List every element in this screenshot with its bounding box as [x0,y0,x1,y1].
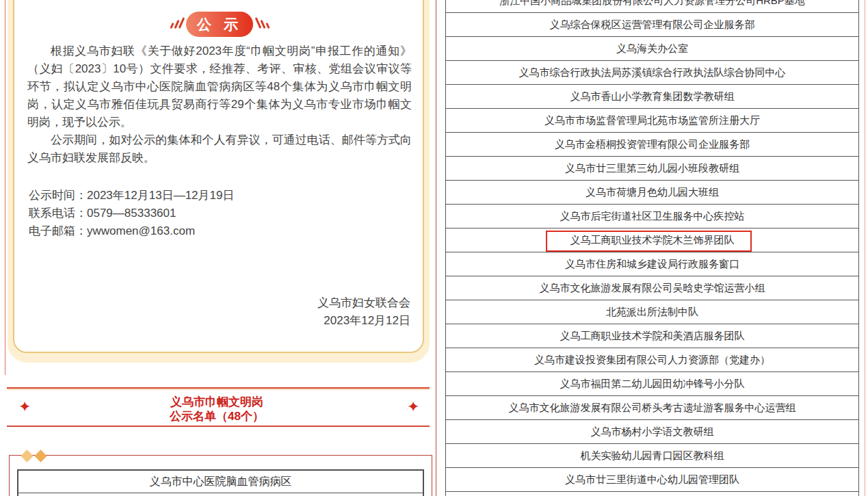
list-item: 义乌市杨村小学语文教研组 [445,420,859,444]
right-frame-border-left [436,0,436,496]
list-item-highlighted: 义乌工商职业技术学院木兰饰界团队 [445,229,859,252]
announcement-paragraph-1: 根据义乌市妇联《关于做好2023年度“巾帼文明岗”申报工作的通知》（义妇〔202… [27,42,412,131]
section-title-line1: 义乌市巾帼文明岗 [0,395,434,409]
list-item: 义乌市建设投资集团有限公司人力资源部（党建办） [445,348,859,372]
contact-info: 公示时间：2023年12月13日—12月19日 联系电话：0579—853336… [29,187,234,240]
laurel-right-icon [257,14,271,34]
section-rule-top [7,387,430,390]
list-item: 义乌市文化旅游发展有限公司吴晗史学馆运营小组 [445,276,859,300]
list-item [445,492,859,496]
signature-date: 2023年12月12日 [317,312,410,330]
left-frame-border [5,0,5,375]
list-item-label: 义乌工商职业技术学院木兰饰界团队 [570,234,735,246]
list-item: 义乌市廿三里第三幼儿园小班段教研组 [445,157,859,181]
list-item: 义乌市后宅街道社区卫生服务中心疾控站 [445,205,859,229]
contact-email: 电子邮箱：ywwomen@163.com [29,222,234,240]
signature-block: 义乌市妇女联合会 2023年12月12日 [317,294,410,330]
star-right-icon: ✦ [407,400,419,415]
list-item: 义乌市荷塘月色幼儿园大班组 [445,181,859,205]
list-item: 义乌市住房和城乡建设局行政服务窗口 [445,252,859,276]
notice-page: 公 示 根据义乌市妇联《关于做好2023年度“巾帼文明岗”申报工作的通知》（义妇… [0,0,868,496]
list-item: 机关实验幼儿园青口园区教科组 [445,444,859,468]
laurel-left-icon [171,14,185,34]
section-rule-bottom [7,424,430,427]
list-item: 义乌市廿三里街道中心幼儿园管理团队 [445,468,859,492]
list-item: 义乌市香山小学教育集团数学教研组 [445,85,859,109]
contact-phone: 联系电话：0579—85333601 [29,205,234,222]
announcement-paragraph-2: 公示期间，如对公示的集体和个人有异议，可通过电话、邮件等方式向义乌市妇联发展部反… [27,131,412,167]
section-title: 义乌市巾帼文明岗 公示名单（48个） [0,395,434,423]
notice-badge: 公 示 [186,12,253,37]
list-item: 义乌市金梧桐投资管理有限公司企业服务部 [445,133,859,157]
section-title-line2: 公示名单（48个） [0,409,434,423]
list-item: 义乌市中心医院脑血管病病区 [18,471,423,493]
list-item: 义乌市综合行政执法局苏溪镇综合行政执法队综合协同中心 [445,61,859,85]
list-item: 义乌市福田第二幼儿园田幼冲锋号小分队 [445,372,859,396]
badge-row: 公 示 [0,10,434,39]
left-list-table: 义乌市中心医院脑血管病病区 [17,469,424,496]
left-column: 公 示 根据义乌市妇联《关于做好2023年度“巾帼文明岗”申报工作的通知》（义妇… [0,0,434,496]
signer-name: 义乌市妇女联合会 [317,294,410,312]
list-item: 义乌工商职业技术学院和美酒店服务团队 [445,324,859,348]
list-item: 浙江中国小商品城集团股份有限公司人力资源管理分公司HRBP基地 [445,0,859,13]
list-item: 义乌市文化旅游发展有限公司桥头考古遗址游客服务中心运营组 [445,396,859,420]
list-item: 北苑派出所法制中队 [445,300,859,324]
notice-period: 公示时间：2023年12月13日—12月19日 [29,187,234,205]
list-item: 义乌市市场监督管理局北苑市场监管所注册大厅 [445,109,859,133]
right-list-table: 浙江中国小商品城集团股份有限公司人力资源管理分公司HRBP基地 义乌综合保税区运… [445,0,859,496]
list-item: 义乌海关办公室 [445,37,859,61]
right-frame-border-right [865,0,865,496]
list-item: 义乌综合保税区运营管理有限公司企业服务部 [445,13,859,37]
list-item [18,493,423,496]
right-column: 浙江中国小商品城集团股份有限公司人力资源管理分公司HRBP基地 义乌综合保税区运… [434,0,868,496]
